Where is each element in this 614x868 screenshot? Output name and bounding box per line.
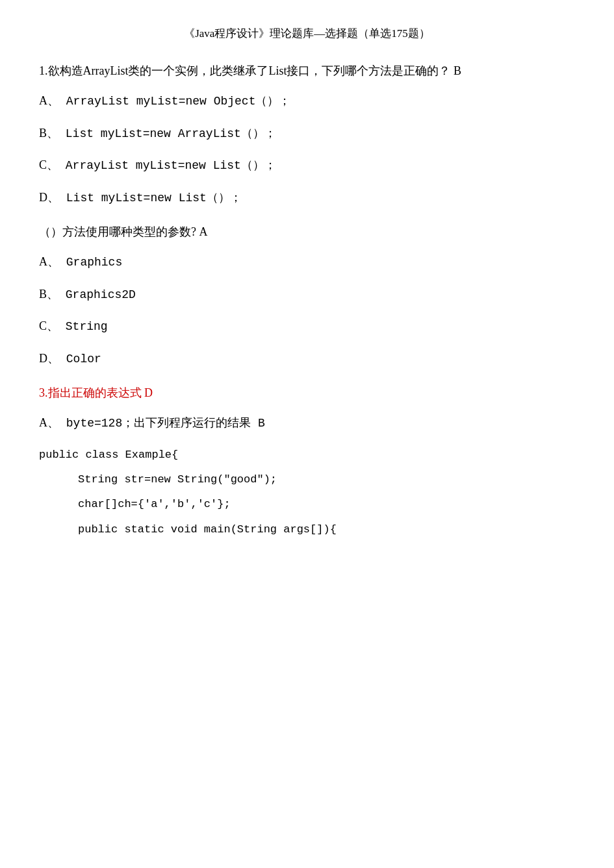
code-line-4: public static void main(String args[]){ [39,519,575,540]
code-line-3: char[]ch={'a','b','c'}; [39,494,575,515]
question-1-text: 1.欲构造ArrayList类的一个实例，此类继承了List接口，下列哪个方法是… [39,60,575,81]
code-block: public class Example{ String str=new Str… [39,445,575,540]
question-3: 3.指出正确的表达式 D A、 byte=128；出下列程序运行的结果 B pu… [39,382,575,540]
q2-option-c: C、 String [39,316,575,337]
q2-option-d: D、 Color [39,348,575,369]
q1-option-c: C、 ArrayList myList=new List（）； [39,155,575,176]
question-1: 1.欲构造ArrayList类的一个实例，此类继承了List接口，下列哪个方法是… [39,60,575,208]
question-3-text: 3.指出正确的表达式 D [39,382,575,403]
q1-option-b: B、 List myList=new ArrayList（）； [39,123,575,144]
q2-option-a: A、 Graphics [39,251,575,273]
q1-option-a: A、 ArrayList myList=new Object（）； [39,90,575,112]
q3-option-a: A、 byte=128；出下列程序运行的结果 B [39,412,575,434]
page-title: 《Java程序设计》理论题库—选择题（单选175题） [39,26,575,41]
question-2: （）方法使用哪种类型的参数? A A、 Graphics B、 Graphics… [39,221,575,369]
code-line-1: public class Example{ [39,445,575,465]
q1-option-d: D、 List myList=new List（）； [39,187,575,208]
question-2-text: （）方法使用哪种类型的参数? A [39,221,575,242]
q2-option-b: B、 Graphics2D [39,284,575,305]
page-container: 《Java程序设计》理论题库—选择题（单选175题） 1.欲构造ArrayLis… [39,26,575,540]
code-line-2: String str=new String("good"); [39,469,575,490]
